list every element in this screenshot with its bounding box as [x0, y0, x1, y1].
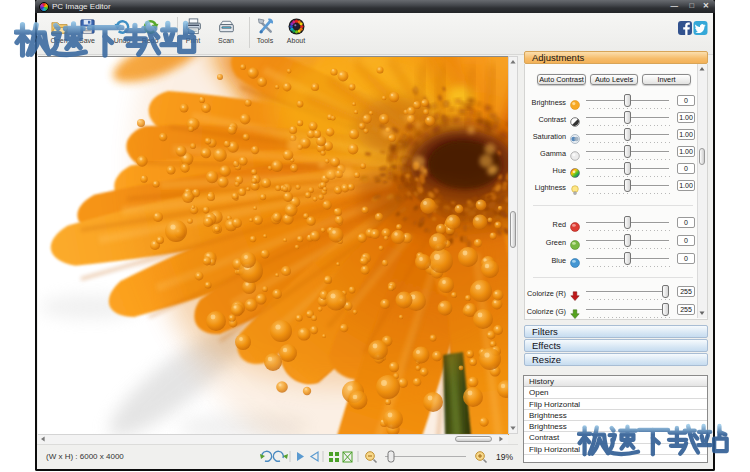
svg-text:19%: 19% [496, 452, 513, 462]
